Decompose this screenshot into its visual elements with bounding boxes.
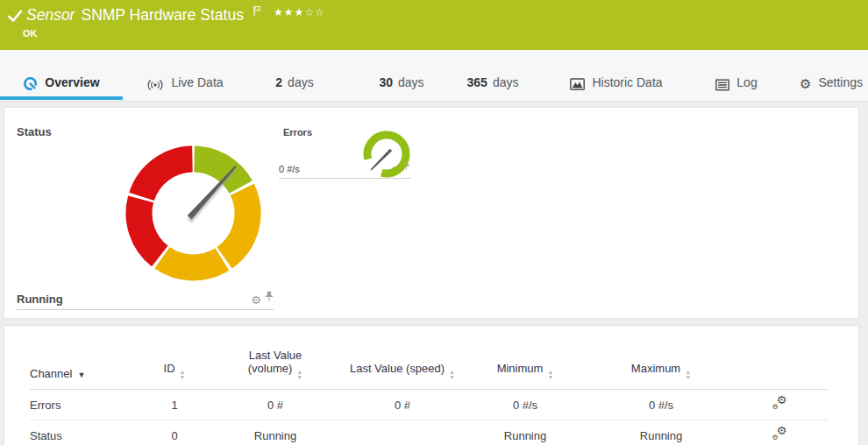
value-cell: 0 #: [345, 390, 459, 420]
tab-bar: Overview Live Data 2 days 30 days 365 da…: [0, 50, 868, 102]
tab-label: Log: [736, 75, 757, 89]
log-icon: [715, 79, 729, 91]
sort-icon: ▲▼: [296, 370, 302, 380]
ok-check-icon: [8, 10, 23, 26]
gauge-icon: [23, 76, 38, 91]
priority-stars[interactable]: ★★★☆☆: [274, 6, 325, 18]
channel-name-cell: Status: [30, 420, 144, 445]
errors-gauge-value: 0 #/s: [279, 164, 300, 174]
column-header-maximum[interactable]: Maximum▲▼: [591, 326, 731, 390]
gear-icon: ⚙: [800, 78, 811, 90]
tab-label: Live Data: [171, 75, 223, 89]
actions-cell: ⚙⚙: [731, 390, 828, 420]
channel-gear-icon[interactable]: ⚙: [251, 295, 261, 306]
status-gauge-footer: Running ⚙: [17, 284, 274, 310]
status-gauge-value: Running: [17, 293, 63, 306]
column-label: Minimum: [497, 362, 544, 375]
page-title: SNMP Hardware Status: [81, 6, 243, 24]
value-cell: 0 #/s: [459, 390, 591, 420]
stars-filled: ★★★: [274, 6, 304, 18]
channel-table-panel: Channel▼ID▲▼Last Value (volume)▲▼Last Va…: [4, 325, 859, 445]
column-header-channel[interactable]: Channel▼: [30, 326, 144, 390]
column-header-minimum[interactable]: Minimum▲▼: [459, 326, 591, 390]
value-cell: [345, 420, 459, 445]
value-cell: 0 #: [205, 390, 345, 420]
pin-icon[interactable]: [265, 290, 274, 306]
sensor-overview-page: SensorSNMP Hardware Status ★★★☆☆ OK Over…: [0, 0, 868, 445]
channel-settings-icon[interactable]: ⚙⚙: [772, 427, 787, 441]
tab-log[interactable]: Log: [707, 50, 766, 101]
table-row: Status0RunningRunningRunning⚙⚙: [30, 420, 828, 445]
channel-name-cell: Errors: [30, 390, 144, 420]
column-label: Last Value (speed): [350, 362, 445, 375]
value-cell: 0 #/s: [591, 390, 731, 420]
tab-365-days[interactable]: 365 days: [452, 50, 533, 101]
errors-gauge[interactable]: [359, 127, 414, 181]
column-header-last[interactable]: Last Value (speed)▲▼: [345, 326, 459, 390]
tab-2-days[interactable]: 2 days: [263, 50, 326, 101]
column-label: Maximum: [631, 362, 680, 375]
tab-overview[interactable]: Overview: [0, 50, 123, 101]
value-cell: Running: [459, 420, 591, 445]
value-cell: 0: [144, 420, 205, 445]
tab-label: days: [493, 75, 519, 89]
column-label: Last Value (volume): [248, 349, 302, 375]
tab-30-days[interactable]: 30 days: [365, 50, 438, 101]
tab-label: Settings: [818, 75, 863, 89]
tab-live-data[interactable]: Live Data: [139, 50, 231, 101]
status-gauge-label: Status: [17, 125, 52, 138]
value-cell: Running: [205, 420, 345, 445]
sensor-title: SensorSNMP Hardware Status: [26, 6, 244, 25]
tab-label: Overview: [45, 75, 99, 89]
tab-label: days: [288, 75, 314, 89]
tab-historic-data[interactable]: Historic Data: [559, 50, 673, 101]
sort-icon: ▲▼: [180, 370, 186, 380]
sensor-type-label: Sensor: [26, 6, 75, 24]
sort-icon: ▲▼: [449, 370, 455, 380]
sort-icon: ▲▼: [685, 370, 691, 380]
priority-flag-icon[interactable]: [253, 4, 262, 20]
column-label: Channel: [30, 367, 72, 380]
value-cell: 1: [144, 390, 205, 420]
stars-empty: ☆☆: [304, 6, 325, 18]
broadcast-icon: [146, 79, 164, 91]
status-badge: OK: [23, 28, 38, 39]
sensor-header-bar: SensorSNMP Hardware Status ★★★☆☆ OK: [0, 0, 868, 50]
tab-number: 30: [379, 75, 393, 89]
channel-settings-icon[interactable]: ⚙⚙: [772, 397, 787, 410]
chart-icon: [570, 78, 585, 91]
column-header-actions: [731, 326, 828, 390]
sort-desc-icon: ▼: [77, 371, 85, 379]
tab-number: 2: [275, 75, 282, 89]
column-header-id[interactable]: ID▲▼: [144, 326, 205, 390]
channel-table: Channel▼ID▲▼Last Value (volume)▲▼Last Va…: [30, 326, 828, 445]
tab-number: 365: [467, 75, 487, 89]
active-tab-indicator: [0, 96, 123, 100]
actions-cell: ⚙⚙: [731, 420, 828, 445]
column-header-last[interactable]: Last Value (volume)▲▼: [205, 326, 345, 390]
sort-icon: ▲▼: [547, 370, 553, 380]
table-row: Errors10 #0 #0 #/s0 #/s⚙⚙: [30, 390, 828, 420]
value-cell: Running: [591, 420, 731, 445]
column-label: ID: [164, 362, 175, 375]
tab-settings[interactable]: ⚙ Settings: [794, 50, 868, 101]
overview-gauges-panel: Status Running ⚙ Errors 0 #/s ⚙: [4, 107, 859, 319]
tab-label: days: [398, 75, 424, 89]
tab-label: Historic Data: [592, 75, 662, 89]
errors-gauge-label: Errors: [283, 127, 312, 138]
status-gauge[interactable]: [117, 137, 270, 290]
